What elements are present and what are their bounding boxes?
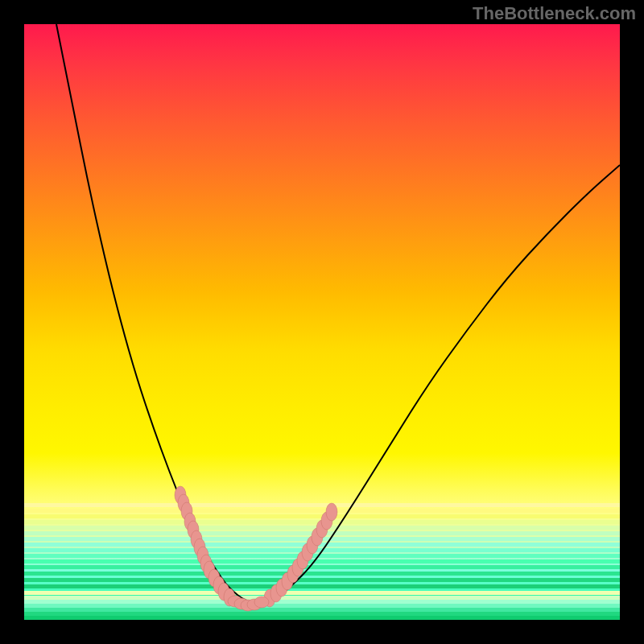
chart-background [24,24,620,620]
watermark: TheBottleneck.com [473,3,636,24]
